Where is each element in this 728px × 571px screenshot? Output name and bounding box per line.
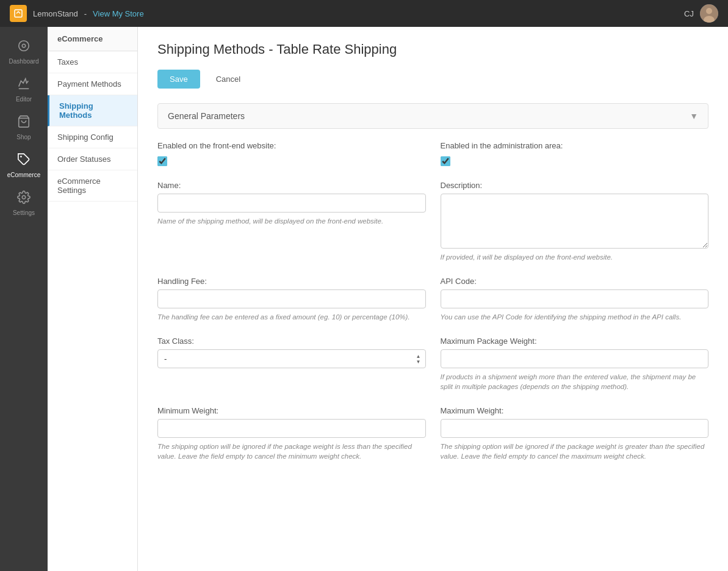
- fee-api-row: Handling Fee: The handling fee can be en…: [157, 277, 708, 322]
- min-max-weight-row: Minimum Weight: The shipping option will…: [157, 406, 708, 461]
- max-weight-help: The shipping option will be ignored if t…: [441, 442, 709, 461]
- api-code-group: API Code: You can use the API Code for i…: [441, 277, 709, 322]
- frontend-enabled-checkbox[interactable]: [157, 156, 167, 166]
- sidebar-item-shop[interactable]: Shop: [0, 109, 48, 147]
- sidebar-item-taxes[interactable]: Taxes: [48, 51, 137, 73]
- max-package-weight-input[interactable]: [441, 349, 709, 368]
- settings-icon: [17, 191, 31, 207]
- svg-point-4: [19, 41, 29, 51]
- main-layout: Dashboard Editor Shop: [0, 27, 728, 571]
- settings-label: Settings: [13, 209, 35, 216]
- max-package-weight-group: Maximum Package Weight: If products in a…: [441, 336, 709, 391]
- frontend-enabled-label: Enabled on the front-end website:: [157, 141, 426, 150]
- tax-class-select[interactable]: - Standard Reduced Zero: [157, 349, 426, 368]
- dashboard-icon: [17, 39, 31, 56]
- sidebar-item-ecommerce[interactable]: eCommerce: [0, 147, 48, 184]
- content-area: Shipping Methods - Table Rate Shipping S…: [138, 27, 728, 571]
- sidebar-sub: eCommerce Taxes Payment Methods Shipping…: [48, 27, 138, 571]
- sidebar-item-editor[interactable]: Editor: [0, 71, 48, 109]
- sidebar-item-settings[interactable]: Settings: [0, 184, 48, 222]
- editor-label: Editor: [16, 96, 32, 103]
- min-weight-label: Minimum Weight:: [157, 406, 426, 415]
- section-title: General Parameters: [168, 111, 245, 121]
- svg-rect-0: [15, 10, 22, 17]
- svg-point-2: [706, 8, 712, 14]
- ecommerce-icon: [17, 153, 31, 169]
- description-label: Description:: [441, 181, 709, 190]
- section-collapse-icon: ▼: [690, 111, 698, 121]
- sidebar-item-order-statuses[interactable]: Order Statuses: [48, 148, 137, 170]
- toolbar: Save Cancel: [157, 70, 708, 89]
- max-package-weight-label: Maximum Package Weight:: [441, 336, 709, 346]
- max-weight-group: Maximum Weight: The shipping option will…: [441, 406, 709, 461]
- tax-class-group: Tax Class: - Standard Reduced Zero ▲ ▼: [157, 336, 426, 391]
- frontend-enabled-group: Enabled on the front-end website:: [157, 141, 426, 166]
- sidebar-item-ecommerce-settings[interactable]: eCommerce Settings: [48, 170, 137, 202]
- name-group: Name: Name of the shipping method, will …: [157, 181, 426, 262]
- min-weight-input[interactable]: [157, 419, 426, 438]
- admin-enabled-checkbox[interactable]: [441, 156, 450, 166]
- view-store-link[interactable]: View My Store: [93, 9, 144, 18]
- sidebar-item-shipping-config[interactable]: Shipping Config: [48, 126, 137, 148]
- max-weight-input[interactable]: [441, 419, 709, 438]
- tax-weight-row: Tax Class: - Standard Reduced Zero ▲ ▼ M…: [157, 336, 708, 391]
- handling-fee-help: The handling fee can be entered as a fix…: [157, 312, 426, 322]
- sidebar-item-payment-methods[interactable]: Payment Methods: [48, 73, 137, 95]
- api-code-label: API Code:: [441, 277, 709, 286]
- max-weight-label: Maximum Weight:: [441, 406, 709, 415]
- app-logo: [10, 5, 27, 22]
- tax-class-select-wrapper: - Standard Reduced Zero ▲ ▼: [157, 349, 426, 368]
- topbar-separator: -: [84, 9, 87, 18]
- sidebar-item-shipping-methods[interactable]: Shipping Methods: [48, 95, 137, 126]
- ecommerce-label: eCommerce: [7, 172, 40, 178]
- save-button[interactable]: Save: [157, 70, 200, 89]
- shop-label: Shop: [16, 134, 31, 140]
- shop-icon: [17, 115, 31, 131]
- topbar-right: CJ: [684, 4, 718, 23]
- min-weight-group: Minimum Weight: The shipping option will…: [157, 406, 426, 461]
- api-code-help: You can use the API Code for identifying…: [441, 312, 709, 322]
- description-textarea[interactable]: [441, 194, 709, 249]
- handling-fee-label: Handling Fee:: [157, 277, 426, 286]
- description-group: Description: If provided, it will be dis…: [441, 181, 709, 262]
- sidebar-sub-header: eCommerce: [48, 27, 137, 51]
- section-general-parameters[interactable]: General Parameters ▼: [157, 103, 708, 129]
- tax-class-label: Tax Class:: [157, 336, 426, 346]
- topbar: LemonStand - View My Store CJ: [0, 0, 728, 27]
- cancel-button[interactable]: Cancel: [206, 70, 250, 89]
- topbar-left: LemonStand - View My Store: [10, 5, 144, 22]
- sidebar-left: Dashboard Editor Shop: [0, 27, 48, 571]
- admin-enabled-label: Enabled in the administration area:: [441, 141, 709, 150]
- app-name: LemonStand: [33, 9, 78, 18]
- api-code-input[interactable]: [441, 289, 709, 308]
- name-description-row: Name: Name of the shipping method, will …: [157, 181, 708, 262]
- description-help: If provided, it will be displayed on the…: [441, 252, 709, 262]
- user-avatar: [700, 4, 718, 23]
- svg-point-9: [22, 195, 26, 199]
- enabled-row: Enabled on the front-end website: Enable…: [157, 141, 708, 166]
- name-help: Name of the shipping method, will be dis…: [157, 216, 426, 226]
- max-package-weight-help: If products in a shipment weigh more tha…: [441, 372, 709, 391]
- dashboard-label: Dashboard: [9, 58, 39, 65]
- handling-fee-input[interactable]: [157, 289, 426, 308]
- handling-fee-group: Handling Fee: The handling fee can be en…: [157, 277, 426, 322]
- name-input[interactable]: [157, 194, 426, 213]
- editor-icon: [17, 77, 31, 93]
- admin-enabled-group: Enabled in the administration area:: [441, 141, 709, 166]
- sidebar-item-dashboard[interactable]: Dashboard: [0, 33, 48, 71]
- page-title: Shipping Methods - Table Rate Shipping: [157, 42, 708, 57]
- svg-point-5: [22, 44, 26, 48]
- min-weight-help: The shipping option will be ignored if t…: [157, 442, 426, 461]
- name-label: Name:: [157, 181, 426, 190]
- user-initials: CJ: [684, 9, 694, 18]
